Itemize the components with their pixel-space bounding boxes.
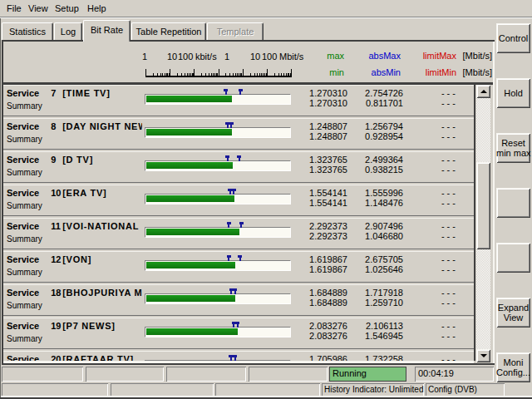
tab-bit-rate[interactable]: Bit Rate [83, 20, 131, 42]
marker-stem [234, 291, 236, 294]
abs-max-marker [233, 355, 237, 361]
service-name: [DAY NIGHT NEW [62, 121, 142, 132]
service-number: 12 [51, 254, 62, 265]
expand-view-button[interactable]: ExpandView [496, 298, 530, 328]
scroll-thumb[interactable] [476, 162, 490, 249]
abs-min-marker [227, 255, 231, 261]
limitmax-value: - - - [364, 254, 456, 264]
scale-label-6: 100 [262, 52, 277, 62]
client-border-right [493, 42, 495, 363]
bitrate-bar-fill [146, 262, 235, 268]
limitmax-value: - - - [364, 354, 456, 361]
service-name: [D TV] [62, 155, 142, 165]
abs-max-marker [233, 288, 237, 294]
service-number: 10 [51, 188, 62, 199]
tab-log[interactable]: Log [54, 22, 82, 41]
column-header-absMin: absMin [342, 67, 401, 77]
service-row[interactable]: Service8[DAY NIGHT NEWSummary1.2488071.2… [3, 118, 474, 150]
service-summary-label: Summary [7, 135, 42, 145]
reset-min-max-button-label: min max [496, 148, 530, 158]
marker-stem [233, 324, 234, 328]
abs-max-marker [237, 155, 241, 161]
bitrate-bar-fill [146, 129, 232, 135]
limitmin-value: - - - [364, 165, 456, 175]
hold-button[interactable]: Hold [496, 78, 530, 108]
service-row[interactable]: Service10[ERA TV]Summary1.5541411.554141… [3, 185, 474, 216]
menu-setup[interactable]: Setup [54, 2, 80, 15]
limitmin-value: - - - [364, 264, 456, 274]
tab-table-repetition[interactable]: Table Repetition [131, 22, 206, 41]
abs-min-marker [225, 155, 229, 161]
menu-file[interactable]: File [6, 2, 22, 15]
control-button[interactable]: Control [496, 23, 530, 53]
marker-stem [233, 191, 234, 195]
service-word: Service [7, 354, 39, 361]
service-name: [P7 NEWS] [62, 321, 142, 332]
service-label: Service8[DAY NIGHT NEW [7, 121, 142, 132]
bitrate-bar-fill [146, 328, 238, 335]
service-row[interactable]: Service18[BHOJPURIYA MSummary1.6848891.6… [3, 284, 474, 316]
service-name: [VON] [62, 254, 142, 265]
menu-separator-highlight [0, 17, 532, 18]
status-running: Running [329, 367, 406, 382]
service-label: Service20[RAFTAAR TV] [7, 354, 142, 361]
abs-min-marker [227, 222, 231, 228]
service-word: Service [7, 155, 39, 165]
service-number: 20 [51, 354, 62, 361]
menu-view[interactable]: View [27, 2, 49, 15]
limitmax-value: - - - [364, 121, 456, 131]
service-summary-label: Summary [7, 101, 42, 111]
abs-max-marker [235, 322, 239, 328]
service-label: Service11[VOI-NATIONAL [7, 221, 142, 232]
scale-label-0: 1 [142, 52, 147, 62]
reset-min-max-button[interactable]: Resetmin max [496, 133, 530, 163]
marker-stem [227, 125, 229, 128]
scroll-down-button[interactable] [476, 349, 490, 362]
service-row[interactable]: Service11[VOI-NATIONALSummary2.2923732.2… [3, 218, 474, 249]
menu-help[interactable]: Help [86, 2, 107, 15]
moni-config-button[interactable]: MoniConfig... [496, 352, 530, 382]
service-label: Service10[ERA TV] [7, 188, 142, 199]
abs-max-marker [232, 189, 236, 195]
tab-statistics[interactable]: Statistics [2, 22, 53, 41]
service-row[interactable]: Service19[P7 NEWS]Summary2.0832762.08327… [3, 318, 474, 349]
limitmin-value: - - - [364, 198, 456, 208]
service-summary-label: Summary [7, 234, 42, 244]
limitmin-value: - - - [364, 98, 456, 108]
service-number: 19 [51, 321, 62, 332]
scale-label-2: 100 [178, 52, 193, 62]
service-label: Service9[D TV] [7, 155, 142, 165]
service-name: [TIME TV] [62, 88, 142, 99]
scroll-up-button[interactable] [476, 85, 490, 98]
column-header-max: max [286, 51, 344, 61]
service-row[interactable]: Service9[D TV]Summary1.3237651.3237652.4… [3, 151, 474, 183]
expand-view-button-label: View [496, 313, 530, 323]
scale-label-4: 1 [224, 52, 229, 62]
status-panel-blank [249, 367, 328, 382]
service-row[interactable]: Service20[RAFTAAR TV]Summary1.7059861.70… [3, 351, 474, 361]
marker-stem [228, 224, 229, 228]
marker-stem [228, 258, 229, 261]
abs-max-marker [238, 255, 242, 261]
service-label: Service18[BHOJPURIYA M [7, 288, 142, 298]
limitmin-value: - - - [364, 298, 456, 308]
service-row[interactable]: Service7[TIME TV]Summary1.2703101.270310… [3, 85, 474, 116]
blank-1-button[interactable] [496, 188, 530, 218]
vertical-scrollbar[interactable] [476, 85, 490, 362]
client-border-bottom [2, 363, 495, 365]
marker-stem [237, 324, 239, 328]
limitmax-value: - - - [364, 221, 456, 231]
status-panel-blank [166, 367, 246, 382]
list-scrollbar-divider [474, 85, 475, 361]
column-header-[Mbit/s]: [Mbit/s] [434, 67, 492, 77]
service-word: Service [7, 121, 39, 132]
limitmin-value: - - - [364, 231, 456, 241]
marker-stem [239, 91, 241, 95]
blank-2-button[interactable] [496, 243, 530, 273]
service-list: Service7[TIME TV]Summary1.2703101.270310… [3, 85, 474, 361]
scroll-up-icon [480, 90, 487, 93]
marker-stem [240, 224, 242, 228]
status-panel-blank [86, 367, 164, 382]
hold-button-label: Hold [496, 88, 530, 98]
service-row[interactable]: Service12[VON]Summary1.6198671.6198672.6… [3, 251, 474, 283]
